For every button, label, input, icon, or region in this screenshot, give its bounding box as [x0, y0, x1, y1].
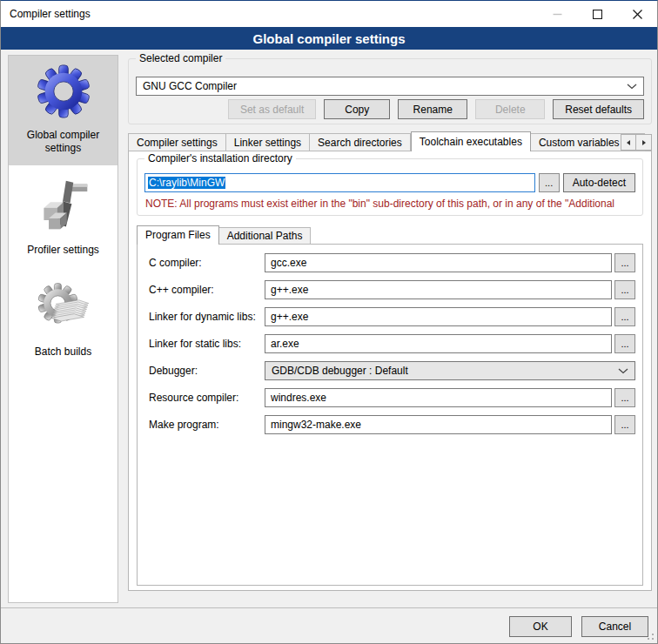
dynamic-linker-input[interactable]	[265, 307, 612, 326]
browse-button[interactable]: ...	[614, 388, 635, 407]
window-title: Compiler settings	[10, 8, 91, 20]
sidebar-item-label: Global compiler settings	[10, 129, 116, 155]
titlebar: Compiler settings	[1, 1, 657, 27]
copy-button[interactable]: Copy	[324, 99, 390, 119]
page-title: Global compiler settings	[1, 27, 657, 50]
debugger-select-value: GDB/CDB debugger : Default	[272, 365, 408, 377]
browse-button[interactable]: ...	[614, 307, 635, 326]
close-button[interactable]	[617, 1, 657, 27]
close-icon	[633, 10, 642, 19]
maximize-icon	[593, 10, 602, 19]
subtab-program-files[interactable]: Program Files	[137, 225, 219, 245]
set-as-default-button[interactable]: Set as default	[228, 99, 316, 119]
group-title: Compiler's installation directory	[144, 152, 296, 164]
tab-scroll-right-button[interactable]	[636, 134, 652, 151]
subtab-additional-paths[interactable]: Additional Paths	[219, 227, 312, 245]
tab-search-directories[interactable]: Search directories	[310, 133, 411, 151]
form-row-dynamic-linker: Linker for dynamic libs: ...	[149, 307, 635, 326]
maximize-button[interactable]	[577, 1, 617, 27]
cpp-compiler-input[interactable]	[265, 280, 612, 299]
tab-scroll-left-button[interactable]	[621, 134, 636, 151]
static-linker-input[interactable]	[265, 334, 612, 353]
note-text: NOTE: All programs must exist either in …	[145, 198, 641, 210]
tab-compiler-settings[interactable]: Compiler settings	[128, 133, 226, 151]
make-program-input[interactable]	[265, 415, 612, 434]
sidebar-item-batch-builds[interactable]: Batch builds	[9, 267, 118, 369]
field-label: Debugger:	[149, 365, 265, 377]
delete-button[interactable]: Delete	[475, 99, 545, 119]
sidebar-item-global-compiler-settings[interactable]: Global compiler settings	[9, 56, 118, 165]
toolchain-executables-panel: Compiler's installation directory C:\ray…	[128, 151, 652, 591]
footer-separator	[1, 607, 657, 608]
footer-buttons: OK Cancel	[509, 616, 648, 637]
browse-button[interactable]: ...	[614, 334, 635, 353]
form-row-c-compiler: C compiler: ...	[149, 253, 635, 272]
compiler-settings-dialog: Compiler settings Global compiler settin…	[0, 0, 658, 644]
form-row-resource-compiler: Resource compiler: ...	[149, 388, 635, 407]
minimize-icon	[553, 10, 562, 19]
tab-toolchain-executables[interactable]: Toolchain executables	[411, 131, 531, 151]
browse-dir-button[interactable]: ...	[539, 173, 560, 192]
rename-button[interactable]: Rename	[398, 99, 467, 119]
gear-stack-icon	[36, 279, 91, 337]
sidebar: Global compiler settings Profiler settin…	[8, 55, 118, 603]
compiler-buttons: Set as default Copy Rename Delete Reset …	[228, 99, 644, 119]
window-controls	[537, 1, 657, 27]
triangle-left-icon	[625, 139, 632, 146]
c-compiler-input[interactable]	[265, 253, 612, 272]
form-row-static-linker: Linker for static libs: ...	[149, 334, 635, 353]
group-title: Selected compiler	[136, 52, 225, 64]
tab-linker-settings[interactable]: Linker settings	[226, 133, 310, 151]
minimize-button[interactable]	[537, 1, 577, 27]
compiler-select[interactable]: GNU GCC Compiler	[136, 77, 644, 96]
field-label: Resource compiler:	[149, 392, 265, 404]
debugger-select[interactable]: GDB/CDB debugger : Default	[265, 361, 635, 380]
program-files-tabstrip: Program Files Additional Paths	[137, 225, 311, 245]
ok-button[interactable]: OK	[509, 616, 572, 637]
form-row-debugger: Debugger: GDB/CDB debugger : Default	[149, 361, 635, 380]
installation-dir-input[interactable]: C:\raylib\MinGW	[144, 173, 535, 192]
field-label: Linker for dynamic libs:	[149, 311, 265, 323]
selected-compiler-group: Selected compiler GNU GCC Compiler Set a…	[128, 58, 652, 124]
cancel-button[interactable]: Cancel	[581, 616, 648, 637]
sidebar-item-label: Batch builds	[35, 345, 91, 359]
installation-directory-group: Compiler's installation directory C:\ray…	[137, 158, 643, 216]
auto-detect-button[interactable]: Auto-detect	[563, 173, 635, 192]
resize-grip[interactable]	[644, 630, 655, 641]
blue-gear-icon	[35, 63, 92, 120]
triangle-right-icon	[641, 139, 648, 146]
main-tabstrip: Compiler settings Linker settings Search…	[128, 131, 652, 151]
browse-button[interactable]: ...	[614, 415, 635, 434]
reset-defaults-button[interactable]: Reset defaults	[553, 99, 644, 119]
browse-button[interactable]: ...	[614, 280, 635, 299]
tab-scroll-arrows	[621, 134, 652, 151]
resource-compiler-input[interactable]	[265, 388, 612, 407]
form-row-cpp-compiler: C++ compiler: ...	[149, 280, 635, 299]
field-label: C compiler:	[149, 257, 265, 269]
program-files-panel: C compiler: ... C++ compiler: ... Linker…	[137, 244, 643, 586]
browse-button[interactable]: ...	[614, 253, 635, 272]
selected-path-text: C:\raylib\MinGW	[148, 177, 225, 189]
compiler-select-value: GNU GCC Compiler	[143, 80, 237, 92]
sidebar-item-label: Profiler settings	[27, 244, 99, 257]
chevron-down-icon	[618, 368, 628, 374]
form-row-make-program: Make program: ...	[149, 415, 635, 434]
caliper-icon	[36, 178, 91, 235]
tab-custom-variables[interactable]: Custom variables	[531, 133, 628, 151]
chevron-down-icon	[627, 84, 637, 90]
sidebar-item-profiler-settings[interactable]: Profiler settings	[9, 165, 118, 267]
field-label: Linker for static libs:	[149, 338, 265, 350]
field-label: C++ compiler:	[149, 284, 265, 296]
field-label: Make program:	[149, 419, 265, 431]
